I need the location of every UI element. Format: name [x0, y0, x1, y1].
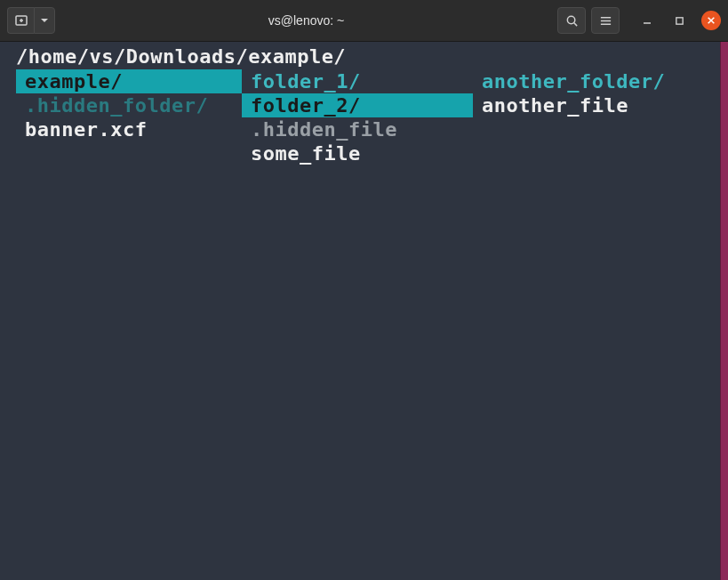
titlebar-right-controls [557, 7, 721, 34]
file-entry[interactable]: folder_2/ [242, 93, 473, 117]
hamburger-icon [599, 14, 612, 28]
close-button[interactable] [701, 11, 721, 30]
maximize-button[interactable] [669, 11, 689, 30]
window-controls [637, 11, 721, 30]
maximize-icon [675, 16, 684, 26]
terminal-body[interactable]: /home/vs/Downloads/example/ example/.hid… [0, 42, 728, 580]
file-browser-grid: example/.hidden_folder/banner.xcf folder… [0, 69, 720, 165]
file-entry[interactable]: another_file [473, 93, 720, 117]
current-path: /home/vs/Downloads/example/ [0, 45, 720, 69]
file-entry[interactable]: banner.xcf [16, 117, 242, 141]
svg-point-3 [567, 16, 574, 23]
window-title: vs@lenovo: ~ [55, 13, 557, 28]
new-tab-icon [14, 13, 28, 28]
scrollbar[interactable] [720, 42, 728, 580]
close-icon [707, 16, 716, 25]
svg-line-4 [573, 22, 576, 25]
file-entry[interactable]: folder_1/ [242, 69, 473, 93]
menu-button[interactable] [591, 7, 620, 34]
search-button[interactable] [557, 7, 586, 34]
file-entry[interactable]: some_file [242, 141, 473, 165]
minimize-icon [642, 15, 652, 26]
search-icon [565, 14, 579, 28]
file-column-2: another_folder/another_file [473, 69, 720, 165]
svg-rect-9 [676, 17, 682, 23]
chevron-down-icon [40, 16, 49, 25]
minimize-button[interactable] [637, 11, 657, 30]
file-column-0: example/.hidden_folder/banner.xcf [16, 69, 242, 165]
file-entry[interactable]: example/ [16, 69, 242, 93]
new-tab-button[interactable] [7, 7, 34, 34]
file-column-1: folder_1/folder_2/.hidden_filesome_file [242, 69, 473, 165]
file-entry[interactable]: .hidden_folder/ [16, 93, 242, 117]
terminal-content: /home/vs/Downloads/example/ example/.hid… [0, 42, 720, 580]
titlebar-left-controls [7, 7, 55, 34]
file-entry[interactable]: another_folder/ [473, 69, 720, 93]
file-entry[interactable]: .hidden_file [242, 117, 473, 141]
titlebar: vs@lenovo: ~ [0, 0, 728, 42]
terminal-window: vs@lenovo: ~ [0, 0, 728, 580]
tab-dropdown-button[interactable] [34, 7, 55, 34]
